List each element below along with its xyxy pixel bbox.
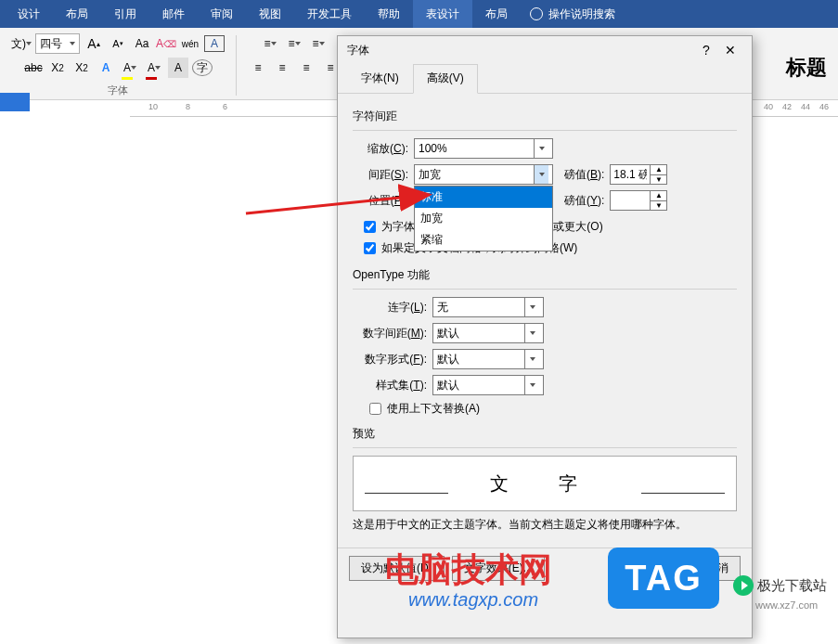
- selection-edge: [0, 93, 30, 111]
- chevron-down-icon[interactable]: [534, 165, 548, 184]
- ribbon-tab-mailings[interactable]: 邮件: [149, 0, 198, 28]
- tab-advanced[interactable]: 高级(V): [413, 64, 478, 94]
- highlight-button[interactable]: A: [120, 58, 140, 78]
- scale-value: 100%: [419, 142, 534, 155]
- spin-up-button[interactable]: ▲: [651, 165, 666, 175]
- context-sub-label: 使用上下文替换(A): [387, 401, 480, 417]
- chevron-down-icon[interactable]: [524, 324, 539, 342]
- phonetic-guide-button[interactable]: wén: [180, 33, 200, 54]
- lightbulb-icon: [530, 7, 543, 20]
- align-right-button[interactable]: ≡: [296, 58, 316, 78]
- align-left-button[interactable]: ≡: [248, 58, 268, 78]
- spacing-select[interactable]: 加宽 标准 加宽 紧缩: [414, 164, 553, 185]
- position-pt-input[interactable]: [611, 191, 650, 210]
- chevron-down-icon[interactable]: [524, 376, 539, 394]
- font-size-select[interactable]: 四号: [35, 33, 80, 54]
- set-default-button[interactable]: 设为默认值(D): [349, 556, 445, 581]
- preview-line: [641, 493, 725, 494]
- context-sub-checkbox[interactable]: [369, 403, 381, 415]
- tell-me-label: 操作说明搜索: [548, 6, 615, 22]
- spacing-option-standard[interactable]: 标准: [415, 187, 552, 208]
- text-effects-button[interactable]: A: [96, 58, 116, 78]
- chevron-down-icon[interactable]: [534, 139, 548, 158]
- dialog-close-button[interactable]: ✕: [718, 38, 742, 62]
- ligature-label: 连字(L):: [353, 300, 427, 316]
- ribbon-tab-help[interactable]: 帮助: [365, 0, 413, 28]
- spin-down-button[interactable]: ▼: [651, 175, 666, 185]
- styleset-value: 默认: [437, 378, 524, 393]
- font-group-label: 字体: [108, 84, 128, 97]
- scale-select[interactable]: 100%: [414, 138, 553, 159]
- font-color-button[interactable]: A: [144, 58, 164, 78]
- position-pt-label: 磅值(Y):: [564, 193, 604, 209]
- section-divider: [353, 289, 737, 290]
- strikethrough-button[interactable]: abc: [23, 58, 44, 78]
- section-divider: [353, 447, 737, 448]
- numspacing-select[interactable]: 默认: [432, 323, 544, 343]
- dialog-help-button[interactable]: ?: [694, 38, 718, 62]
- spin-down-button[interactable]: ▼: [651, 201, 666, 211]
- tell-me-search[interactable]: 操作说明搜索: [530, 6, 615, 22]
- ribbon-tab-table-design[interactable]: 表设计: [413, 0, 472, 28]
- align-center-button[interactable]: ≡: [272, 58, 292, 78]
- dialog-body: 字符间距 缩放(C): 100% 间距(S): 加宽 标准 加宽 紧缩 磅值(B…: [338, 94, 752, 547]
- spin-up-button[interactable]: ▲: [651, 191, 666, 201]
- ribbon-tab-review[interactable]: 审阅: [198, 0, 246, 28]
- preview-line: [365, 493, 448, 494]
- text-effects-button[interactable]: 文字效果(E)...: [452, 556, 545, 581]
- font-dialog: 字体 ? ✕ 字体(N) 高级(V) 字符间距 缩放(C): 100% 间距(S…: [337, 35, 753, 638]
- preview-text: 文 字: [490, 471, 599, 496]
- section-opentype: OpenType 功能: [353, 267, 737, 283]
- ruler-mark: 44: [801, 102, 810, 111]
- ruler-mark: 8: [186, 102, 190, 111]
- ligature-select[interactable]: 无: [432, 297, 544, 317]
- shrink-font-button[interactable]: A▾: [108, 33, 128, 54]
- spacing-option-expanded[interactable]: 加宽: [415, 208, 552, 229]
- ribbon-tab-view[interactable]: 视图: [246, 0, 294, 28]
- char-shading-button[interactable]: A: [168, 58, 188, 78]
- numspacing-value: 默认: [437, 326, 524, 341]
- section-divider: [353, 130, 737, 131]
- spacing-pt-input[interactable]: [611, 165, 650, 184]
- cancel-button[interactable]: 取消: [694, 556, 741, 581]
- spacing-label: 间距(S):: [353, 167, 408, 183]
- bullets-button[interactable]: ≡: [260, 33, 280, 54]
- chevron-down-icon: [70, 42, 75, 45]
- position-pt-spinner[interactable]: ▲▼: [610, 190, 667, 211]
- change-case-button[interactable]: Aa: [132, 33, 152, 54]
- ribbon-tab-table-layout[interactable]: 布局: [472, 0, 521, 28]
- spacing-pt-spinner[interactable]: ▲▼: [610, 164, 667, 185]
- ruler-mark: 46: [819, 102, 829, 111]
- spacing-pt-label: 磅值(B):: [564, 167, 604, 183]
- subscript-button[interactable]: X2: [47, 58, 68, 78]
- enclose-char-button[interactable]: 字: [192, 59, 213, 76]
- ribbon-tab-dev[interactable]: 开发工具: [294, 0, 365, 28]
- ribbon-tab-references[interactable]: 引用: [101, 0, 149, 28]
- ribbon-tab-layout[interactable]: 布局: [53, 0, 101, 28]
- chevron-down-icon[interactable]: [524, 350, 539, 368]
- superscript-button[interactable]: X2: [71, 58, 92, 78]
- position-label: 位置(P):: [353, 193, 408, 209]
- ribbon-tab-design[interactable]: 设计: [5, 0, 53, 28]
- paragraph-group: ≡ ≡ ≡ ≡ ≡ ≡ ≡: [242, 32, 346, 99]
- chevron-down-icon[interactable]: [524, 298, 539, 316]
- dialog-footer: 设为默认值(D) 文字效果(E)... 确定 取消: [338, 547, 752, 588]
- spacing-dropdown-list: 标准 加宽 紧缩: [414, 186, 553, 251]
- grow-font-button[interactable]: A▴: [84, 33, 104, 54]
- font-name-fragment[interactable]: 文): [11, 33, 32, 54]
- document-title-text: 标题: [786, 54, 827, 82]
- clear-formatting-button[interactable]: A⌫: [156, 33, 176, 54]
- numform-label: 数字形式(F):: [353, 352, 427, 367]
- section-char-spacing: 字符间距: [353, 109, 737, 124]
- snap-grid-checkbox[interactable]: [364, 242, 376, 254]
- character-border-button[interactable]: A: [204, 35, 225, 52]
- ok-button[interactable]: 确定: [640, 556, 687, 581]
- numbering-button[interactable]: ≡: [284, 33, 304, 54]
- numform-value: 默认: [437, 352, 524, 367]
- numform-select[interactable]: 默认: [432, 349, 544, 369]
- tab-font[interactable]: 字体(N): [347, 64, 413, 93]
- kerning-checkbox[interactable]: [364, 221, 376, 233]
- styleset-select[interactable]: 默认: [432, 375, 544, 395]
- multilevel-button[interactable]: ≡: [308, 33, 329, 54]
- spacing-option-condensed[interactable]: 紧缩: [415, 229, 552, 251]
